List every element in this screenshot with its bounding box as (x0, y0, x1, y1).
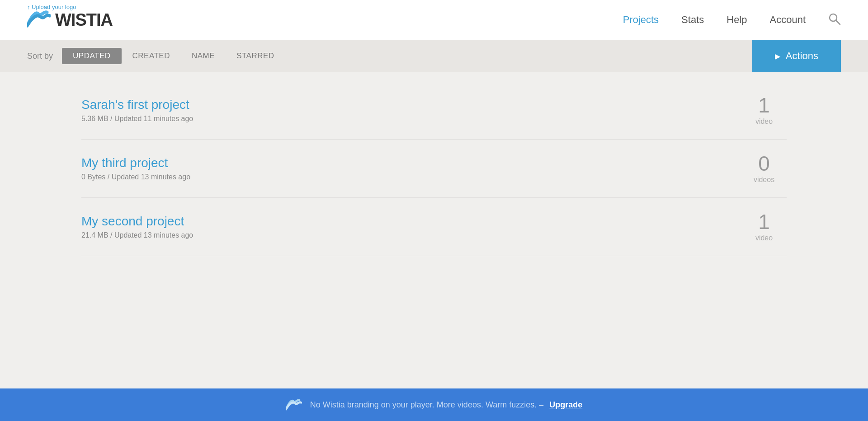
upload-logo-link[interactable]: ↑ Upload your logo (27, 4, 76, 10)
project-name-link[interactable]: Sarah's first project (81, 98, 741, 112)
project-info: Sarah's first project 5.36 MB / Updated … (81, 98, 741, 123)
project-name-link[interactable]: My second project (81, 214, 741, 229)
video-count: 1 (741, 211, 787, 232)
video-count: 1 (741, 95, 787, 116)
actions-button[interactable]: ▶ Actions (752, 40, 841, 72)
projects-list: Sarah's first project 5.36 MB / Updated … (0, 72, 868, 265)
project-item: Sarah's first project 5.36 MB / Updated … (81, 81, 787, 140)
project-meta: 0 Bytes / Updated 13 minutes ago (81, 173, 190, 181)
project-item: My second project 21.4 MB / Updated 13 m… (81, 198, 787, 256)
nav-help[interactable]: Help (726, 14, 747, 26)
actions-arrow-icon: ▶ (775, 52, 780, 61)
project-info: My third project 0 Bytes / Updated 13 mi… (81, 156, 741, 181)
project-meta: 5.36 MB / Updated 11 minutes ago (81, 115, 193, 122)
logo-area: WISTIA (27, 9, 113, 30)
video-count: 0 (741, 153, 787, 174)
project-item: My third project 0 Bytes / Updated 13 mi… (81, 140, 787, 198)
sort-starred[interactable]: STARRED (226, 48, 285, 64)
video-label: video (741, 117, 787, 126)
wistia-logo-icon (27, 9, 51, 30)
main-nav: Projects Stats Help Account (623, 13, 841, 27)
nav-account[interactable]: Account (770, 14, 806, 26)
svg-line-1 (836, 20, 840, 24)
logo-text: WISTIA (55, 10, 113, 30)
project-info: My second project 21.4 MB / Updated 13 m… (81, 214, 741, 239)
nav-projects[interactable]: Projects (623, 14, 659, 26)
footer-banner: No Wistia branding on your player. More … (0, 388, 868, 421)
project-stats: 1 video (741, 95, 787, 126)
footer-message: No Wistia branding on your player. More … (310, 400, 546, 410)
video-label: video (741, 234, 787, 242)
sort-updated[interactable]: UPDATED (62, 48, 121, 64)
sort-by-label: Sort by (27, 51, 53, 61)
nav-stats[interactable]: Stats (681, 14, 704, 26)
header: ↑ Upload your logo WISTIA Projects Stats… (0, 0, 868, 40)
sort-options: UPDATED CREATED NAME STARRED (62, 48, 285, 64)
video-label: videos (741, 176, 787, 184)
actions-label: Actions (786, 50, 818, 62)
sort-name[interactable]: NAME (181, 48, 226, 64)
project-meta: 21.4 MB / Updated 13 minutes ago (81, 231, 193, 239)
search-icon[interactable] (828, 13, 841, 27)
project-stats: 1 video (741, 211, 787, 242)
project-name-link[interactable]: My third project (81, 156, 741, 170)
footer-logo-icon (286, 398, 307, 411)
project-stats: 0 videos (741, 153, 787, 184)
sort-bar: Sort by UPDATED CREATED NAME STARRED ▶ A… (0, 40, 868, 72)
footer-upgrade-link[interactable]: Upgrade (549, 400, 582, 410)
sort-created[interactable]: CREATED (122, 48, 181, 64)
